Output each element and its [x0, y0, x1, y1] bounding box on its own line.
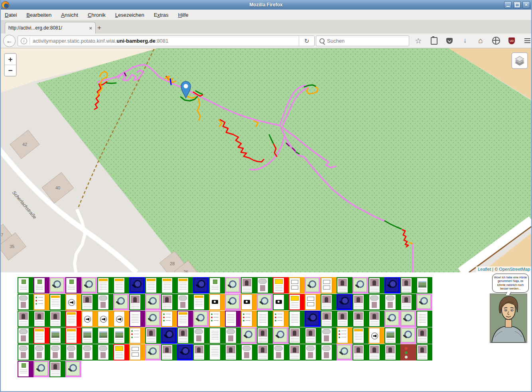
activity-tile[interactable] [65, 311, 81, 327]
pocket-icon[interactable] [445, 36, 454, 45]
activity-tile[interactable] [65, 327, 81, 344]
activity-tile[interactable] [97, 327, 113, 344]
activity-tile[interactable] [145, 311, 161, 327]
activity-tile[interactable] [400, 327, 416, 344]
activity-tile[interactable] [145, 344, 161, 360]
activity-tile[interactable] [416, 344, 432, 360]
activity-tile[interactable] [416, 294, 432, 310]
search-bar[interactable] [316, 35, 409, 46]
activity-tile[interactable] [81, 327, 97, 344]
activity-tile[interactable] [257, 344, 273, 360]
activity-tile[interactable] [113, 294, 129, 310]
activity-tile[interactable] [49, 344, 65, 360]
activity-tile[interactable] [241, 327, 257, 344]
activity-tile[interactable] [193, 327, 209, 344]
activity-tile[interactable] [177, 277, 193, 294]
activity-tile[interactable] [321, 344, 337, 360]
maximize-button[interactable] [513, 1, 521, 8]
activity-tile[interactable] [81, 294, 97, 310]
activity-tile[interactable] [321, 294, 337, 310]
activity-tile[interactable] [241, 277, 257, 294]
activity-tile[interactable] [305, 277, 321, 294]
activity-tile[interactable] [113, 327, 129, 344]
activity-tile[interactable] [113, 311, 129, 327]
menu-datei[interactable]: Datei [5, 12, 17, 18]
activity-tile[interactable] [384, 277, 400, 294]
activity-tile[interactable] [65, 361, 81, 377]
activity-tile[interactable] [305, 311, 321, 327]
activity-tile[interactable] [145, 294, 161, 310]
activity-tile[interactable] [161, 294, 177, 310]
activity-tile[interactable] [225, 327, 241, 344]
activity-tile[interactable] [113, 344, 129, 360]
search-input[interactable] [326, 37, 409, 44]
activity-tile[interactable] [289, 311, 305, 327]
home-icon[interactable]: ⌂ [476, 36, 485, 45]
activity-tile[interactable] [129, 311, 145, 327]
activity-tile[interactable] [161, 344, 177, 360]
activity-tile[interactable] [289, 327, 305, 344]
close-button[interactable]: ✕ [522, 1, 530, 8]
activity-tile[interactable] [209, 294, 225, 310]
activity-tile[interactable] [257, 327, 273, 344]
activity-tile[interactable] [33, 294, 49, 310]
activity-tile[interactable] [81, 311, 97, 327]
activity-tile[interactable] [209, 311, 225, 327]
activity-tile[interactable] [337, 277, 353, 294]
activity-tile[interactable] [81, 344, 97, 360]
activity-tile[interactable] [353, 311, 368, 327]
activity-tile[interactable] [416, 277, 432, 294]
activity-tile[interactable] [177, 294, 193, 310]
activity-tile[interactable] [384, 311, 400, 327]
activity-tile[interactable] [209, 327, 225, 344]
activity-tile[interactable] [225, 311, 241, 327]
activity-tile[interactable] [209, 344, 225, 360]
activity-tile[interactable] [161, 277, 177, 294]
activity-tile[interactable] [384, 344, 400, 360]
activity-tile[interactable] [33, 344, 49, 360]
activity-tile[interactable] [241, 294, 257, 310]
activity-tile[interactable] [225, 344, 241, 360]
leaflet-link[interactable]: Leaflet [478, 267, 491, 272]
activity-tile[interactable] [18, 327, 33, 344]
activity-tile[interactable] [273, 294, 289, 310]
gps-track[interactable] [170, 79, 171, 85]
activity-tile[interactable] [209, 277, 225, 294]
activity-tile[interactable] [353, 294, 368, 310]
activity-tile[interactable] [241, 344, 257, 360]
back-button[interactable]: ← [3, 35, 16, 47]
activity-tile[interactable] [416, 327, 432, 344]
activity-tile[interactable] [177, 327, 193, 344]
menu-button[interactable] [523, 36, 532, 45]
activity-tile[interactable] [161, 327, 177, 344]
activity-tile[interactable] [65, 294, 81, 310]
activity-tile[interactable] [289, 294, 305, 310]
activity-tile[interactable] [225, 294, 241, 310]
activity-tile[interactable] [273, 344, 289, 360]
activity-tile[interactable] [18, 294, 33, 310]
activity-tile[interactable] [273, 277, 289, 294]
activity-tile[interactable] [337, 294, 353, 310]
activity-tile[interactable] [400, 311, 416, 327]
activity-tile[interactable] [305, 344, 321, 360]
activity-tile[interactable] [321, 327, 337, 344]
activity-tile[interactable] [400, 277, 416, 294]
activity-tile[interactable] [129, 327, 145, 344]
activity-tile[interactable] [193, 311, 209, 327]
menu-extras[interactable]: Extras [154, 12, 169, 18]
activity-tile[interactable] [225, 277, 241, 294]
activity-tile[interactable] [129, 277, 145, 294]
menu-lesezeichen[interactable]: Lesezeichen [115, 12, 144, 18]
title-bar[interactable]: Mozilla Firefox ✕ [0, 0, 532, 10]
activity-tile[interactable] [49, 294, 65, 310]
activity-tile[interactable] [400, 294, 416, 310]
activity-tile[interactable] [49, 327, 65, 344]
globe-edit-icon[interactable] [492, 36, 500, 45]
layers-control[interactable] [511, 52, 528, 69]
activity-tile[interactable] [49, 361, 65, 377]
activity-tile[interactable] [33, 277, 49, 294]
activity-tile[interactable] [353, 344, 368, 360]
activity-tile[interactable] [145, 327, 161, 344]
activity-tile[interactable] [18, 277, 33, 294]
activity-tile[interactable] [97, 277, 113, 294]
